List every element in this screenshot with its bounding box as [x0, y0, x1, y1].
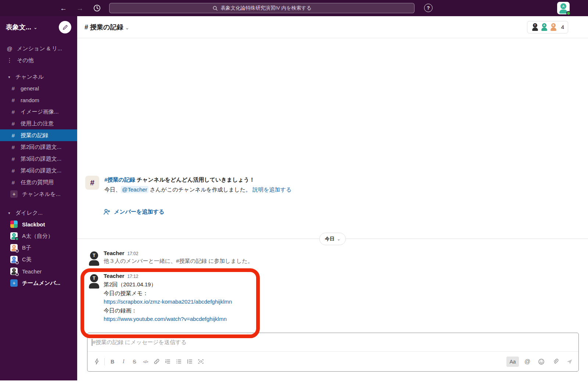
- add-description-link[interactable]: 説明を追加する: [252, 186, 291, 193]
- date-pill-button[interactable]: 今日 ⌄: [319, 233, 346, 245]
- message-input[interactable]: #授業の記録 にメッセージを送信する: [87, 333, 578, 351]
- message-timestamp[interactable]: 17:12: [127, 274, 138, 279]
- help-icon[interactable]: ?: [424, 4, 433, 12]
- back-icon[interactable]: ←: [60, 5, 67, 12]
- hash-icon: #: [10, 179, 16, 186]
- intro-description: 今日、@Teacher さんがこのチャンネルを作成しました。 説明を追加する: [104, 186, 291, 193]
- hash-icon: #: [10, 144, 16, 150]
- presence-offline-dot: [15, 249, 19, 253]
- sidebar-channel-assignment-2[interactable]: # 第2回の課題文...: [0, 141, 77, 153]
- at-icon: @: [6, 46, 13, 52]
- dm-self[interactable]: A A太（自分）: [0, 230, 77, 242]
- avatar: C: [10, 256, 18, 263]
- hash-icon: #: [10, 97, 16, 103]
- attachment-paperclip-icon[interactable]: [550, 357, 561, 367]
- member-avatar: B: [549, 23, 557, 31]
- sidebar-channel-assignment-4[interactable]: # 第4回の課題文...: [0, 165, 77, 176]
- emoji-icon[interactable]: [536, 357, 547, 367]
- member-count-button[interactable]: T A B 4: [527, 21, 568, 33]
- channel-title[interactable]: # 授業の記録⌄: [85, 23, 129, 32]
- avatar: A: [10, 232, 18, 240]
- dm-section-header[interactable]: ▾ ダイレク...: [0, 207, 77, 218]
- code-button[interactable]: </>: [140, 357, 151, 367]
- avatar-teacher: T: [87, 251, 101, 265]
- forward-icon[interactable]: →: [76, 5, 83, 12]
- composer-toolbar: B I S </> Aa: [87, 351, 578, 371]
- more-dots-icon: ⋮: [6, 57, 13, 64]
- search-placeholder: 表象文化論特殊研究演習IV 内を検索する: [221, 5, 312, 11]
- mention-teacher[interactable]: @Teacher: [121, 186, 148, 193]
- blockquote-icon[interactable]: [184, 357, 195, 367]
- bullet-list-icon[interactable]: [173, 357, 184, 367]
- channel-ref[interactable]: #授業の記録: [176, 258, 207, 264]
- member-count: 4: [561, 24, 564, 30]
- date-divider: 今日 ⌄: [77, 233, 588, 245]
- sidebar-channel-class-records-selected[interactable]: # 授業の記録: [0, 129, 77, 141]
- channel-header: # 授業の記録⌄ T A B 4: [77, 16, 588, 38]
- dm-slackbot[interactable]: Slackbot: [0, 218, 77, 230]
- user-avatar[interactable]: A: [557, 2, 570, 14]
- channel-link[interactable]: #授業の記録: [104, 176, 135, 183]
- code-block-icon[interactable]: [195, 357, 206, 367]
- mention-button[interactable]: @: [522, 357, 533, 367]
- dm-teacher[interactable]: T Teacher: [0, 265, 77, 277]
- shortcuts-bolt-icon[interactable]: [91, 357, 102, 367]
- hash-icon: #: [10, 132, 16, 139]
- channel-intro: # #授業の記録 チャンネルをどんどん活用していきましょう！ 今日、@Teach…: [85, 176, 291, 193]
- show-formatting-button[interactable]: Aa: [506, 357, 519, 367]
- add-channel-button[interactable]: + チャンネルを...: [0, 188, 77, 200]
- main-panel: # 授業の記録⌄ T A B 4 # #授業の記録 チャンネルをどんどん活用して…: [77, 16, 588, 383]
- message-join[interactable]: T Teacher 17:02 他３人のメンバーと一緒に、#授業の記録 に参加し…: [77, 250, 408, 265]
- invite-members-button[interactable]: + チームメンバ...: [0, 277, 77, 289]
- hash-icon: #: [10, 109, 16, 115]
- message-timestamp[interactable]: 17:02: [127, 251, 138, 256]
- chevron-down-icon: ⌄: [33, 25, 37, 30]
- scrapbox-link[interactable]: https://scrapbox.io/zmz-komaba2021/abcde…: [104, 298, 232, 305]
- hash-icon: #: [10, 156, 16, 162]
- sidebar-channel-assignment-3[interactable]: # 第3回の課題文...: [0, 153, 77, 165]
- bold-button[interactable]: B: [107, 357, 118, 367]
- message-composer: #授業の記録 にメッセージを送信する B I S </>: [87, 333, 579, 372]
- search-icon: [212, 6, 218, 11]
- sidebar-channel-random[interactable]: # random: [0, 94, 77, 106]
- message-author[interactable]: Teacher: [104, 273, 124, 279]
- workspace-header[interactable]: 表象文... ⌄: [0, 16, 77, 38]
- italic-button[interactable]: I: [118, 357, 129, 367]
- sidebar: 表象文... ⌄ @ メンション & リ... ⋮ その他 ▾ チャンネル # …: [0, 16, 77, 380]
- chevron-down-icon: ⌄: [125, 25, 129, 31]
- top-bar: ← → 表象文化論特殊研究演習IV 内を検索する ? A: [0, 0, 588, 16]
- message-class-links[interactable]: T Teacher 17:12 第2回（2021.04.19） 今日の授業メモ：…: [77, 273, 408, 323]
- sidebar-channel-usage-notes[interactable]: # 使用上の注意: [0, 118, 77, 129]
- avatar: T: [10, 268, 18, 275]
- history-clock-icon[interactable]: [93, 4, 101, 12]
- slackbot-avatar: [10, 221, 18, 228]
- dm-b-ko[interactable]: B B子: [0, 242, 77, 254]
- search-input[interactable]: 表象文化論特殊研究演習IV 内を検索する: [109, 3, 415, 13]
- channels-section-header[interactable]: ▾ チャンネル: [0, 71, 77, 82]
- sidebar-item-mentions[interactable]: @ メンション & リ...: [0, 43, 77, 54]
- message-line: 今日の授業メモ：: [104, 289, 408, 298]
- presence-online-dot: [15, 237, 19, 241]
- sidebar-channel-questions[interactable]: # 任意の質問用: [0, 176, 77, 188]
- youtube-link[interactable]: https://www.youtube.com/watch?v=abcdefgh…: [104, 316, 227, 322]
- ordered-list-icon[interactable]: [162, 357, 173, 367]
- message-line: 第2回（2021.04.19）: [104, 280, 408, 289]
- sidebar-item-more[interactable]: ⋮ その他: [0, 54, 77, 66]
- send-icon[interactable]: [564, 357, 575, 367]
- dm-c-mi[interactable]: C C美: [0, 254, 77, 265]
- hash-icon: #: [10, 168, 16, 174]
- chevron-down-icon: ⌄: [337, 237, 340, 241]
- sidebar-channel-general[interactable]: # general: [0, 82, 77, 94]
- hash-icon: #: [10, 121, 16, 127]
- link-icon[interactable]: [151, 357, 162, 367]
- new-message-button[interactable]: [59, 21, 71, 33]
- sidebar-channel-images[interactable]: # イメージ画像...: [0, 106, 77, 118]
- avatar: B: [10, 244, 18, 251]
- person-add-icon: [103, 208, 111, 216]
- presence-offline-dot: [15, 261, 19, 264]
- add-members-button[interactable]: メンバーを追加する: [103, 208, 164, 216]
- member-avatar: T: [531, 23, 539, 31]
- message-author[interactable]: Teacher: [104, 250, 124, 256]
- plus-icon: +: [10, 190, 18, 198]
- strikethrough-button[interactable]: S: [129, 357, 140, 367]
